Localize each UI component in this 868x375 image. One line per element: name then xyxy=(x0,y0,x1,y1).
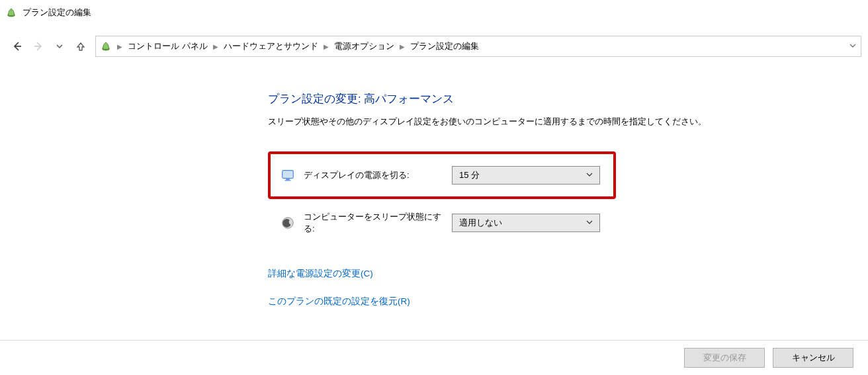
cancel-button[interactable]: キャンセル xyxy=(773,348,853,368)
save-button[interactable]: 変更の保存 xyxy=(684,348,765,368)
svg-rect-4 xyxy=(284,180,290,181)
advanced-settings-link[interactable]: 詳細な電源設定の変更(C) xyxy=(268,268,410,280)
breadcrumb-dropdown-button[interactable] xyxy=(849,42,857,52)
breadcrumb-item[interactable]: プラン設定の編集 xyxy=(406,36,483,56)
breadcrumb-item[interactable]: 電源オプション xyxy=(330,36,398,56)
breadcrumb[interactable]: ▶ コントロール パネル ▶ ハードウェアとサウンド ▶ 電源オプション ▶ プ… xyxy=(95,36,861,57)
footer: 変更の保存 キャンセル xyxy=(0,340,868,375)
highlight-box: ディスプレイの電源を切る: 15 分 xyxy=(268,151,616,199)
nav-up-button[interactable] xyxy=(74,40,87,53)
sleep-icon xyxy=(280,215,296,231)
setting-sleep-select[interactable]: 適用しない xyxy=(452,214,600,232)
chevron-right-icon: ▶ xyxy=(212,43,220,50)
chevron-right-icon: ▶ xyxy=(322,43,330,50)
breadcrumb-item[interactable]: コントロール パネル xyxy=(124,36,212,56)
link-list: 詳細な電源設定の変更(C) このプランの既定の設定を復元(R) xyxy=(268,268,410,323)
title-bar: プラン設定の編集 xyxy=(0,0,868,22)
setting-display-off-label: ディスプレイの電源を切る: xyxy=(304,169,452,181)
setting-display-off-select[interactable]: 15 分 xyxy=(452,166,600,185)
setting-display-off: ディスプレイの電源を切る: 15 分 xyxy=(280,166,600,185)
breadcrumb-item[interactable]: ハードウェアとサウンド xyxy=(220,36,322,56)
page-heading: プラン設定の変更: 高パフォーマンス xyxy=(268,91,454,106)
nav-bar: ▶ コントロール パネル ▶ ハードウェアとサウンド ▶ 電源オプション ▶ プ… xyxy=(0,34,868,58)
setting-sleep-value: 適用しない xyxy=(459,217,502,229)
power-plan-icon xyxy=(5,7,17,19)
chevron-down-icon xyxy=(586,171,593,179)
window-title: プラン設定の編集 xyxy=(22,7,91,19)
page-subheading: スリープ状態やその他のディスプレイ設定をお使いのコンピューターに適用するまでの時… xyxy=(268,116,707,128)
chevron-right-icon: ▶ xyxy=(116,43,124,50)
svg-rect-2 xyxy=(282,171,294,179)
restore-defaults-link[interactable]: このプランの既定の設定を復元(R) xyxy=(268,296,410,308)
setting-sleep-label: コンピューターをスリープ状態にする: xyxy=(304,211,452,235)
power-plan-icon xyxy=(100,40,112,52)
display-icon xyxy=(280,167,296,183)
setting-display-off-value: 15 分 xyxy=(459,169,480,181)
chevron-down-icon xyxy=(586,219,593,227)
nav-recent-button[interactable] xyxy=(53,40,66,53)
svg-rect-3 xyxy=(286,179,290,181)
content-area: プラン設定の変更: 高パフォーマンス スリープ状態やその他のディスプレイ設定をお… xyxy=(0,58,868,323)
chevron-right-icon: ▶ xyxy=(398,43,406,50)
nav-back-button[interactable] xyxy=(11,40,24,53)
nav-forward-button[interactable] xyxy=(32,40,45,53)
setting-sleep: コンピューターをスリープ状態にする: 適用しない xyxy=(268,211,600,235)
